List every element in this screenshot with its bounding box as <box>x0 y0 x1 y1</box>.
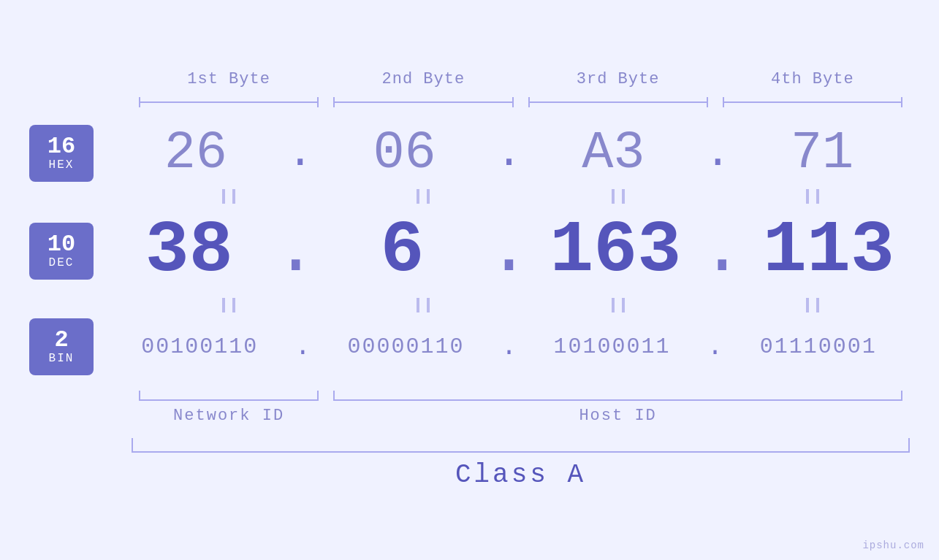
dot-hex-3: . <box>701 129 734 178</box>
byte-header-3: 3rd Byte <box>521 70 715 88</box>
bin-val-2: 00000110 <box>314 334 498 359</box>
bin-values: 00100110 . 00000110 . 10100011 . 0111000… <box>108 332 910 362</box>
dot-hex-1: . <box>284 129 317 178</box>
bin-badge: 2 BIN <box>29 318 94 375</box>
eq7 <box>521 298 715 312</box>
hex-val-3: A3 <box>526 123 702 183</box>
eq4 <box>715 189 910 204</box>
host-id-label: Host ID <box>326 407 910 425</box>
hex-val-2: 06 <box>317 123 493 183</box>
dec-base-number: 10 <box>47 233 75 256</box>
equals-row-1 <box>29 189 910 204</box>
main-container: 1st Byte 2nd Byte 3rd Byte 4th Byte 16 H… <box>0 0 939 560</box>
dec-val-4: 113 <box>748 210 910 292</box>
dot-dec-1: . <box>270 210 322 292</box>
class-row: Class A <box>29 438 910 490</box>
network-id-label: Network ID <box>132 407 326 425</box>
dec-val-2: 6 <box>322 210 484 292</box>
bin-row: 2 BIN 00100110 . 00000110 . 10100011 . 0… <box>29 318 910 375</box>
watermark: ipshu.com <box>862 540 924 551</box>
byte-header-1: 1st Byte <box>132 70 326 88</box>
id-labels-row: Network ID Host ID <box>29 407 910 425</box>
top-bracket-row <box>29 94 910 109</box>
bin-val-1: 00100110 <box>108 334 292 359</box>
equals-row-2 <box>29 298 910 312</box>
hex-val-1: 26 <box>108 123 284 183</box>
byte-header-4: 4th Byte <box>715 70 910 88</box>
dec-val-1: 38 <box>108 210 270 292</box>
dot-bin-2: . <box>498 332 521 362</box>
dot-bin-3: . <box>704 332 727 362</box>
hex-row: 16 HEX 26 . 06 . A3 . 71 <box>29 123 910 183</box>
dot-bin-1: . <box>292 332 315 362</box>
hex-base-label: HEX <box>49 158 75 172</box>
bracket-byte-1 <box>132 94 326 109</box>
hex-badge: 16 HEX <box>29 125 94 182</box>
dec-val-3: 163 <box>535 210 697 292</box>
network-bracket <box>132 386 326 401</box>
dot-dec-2: . <box>483 210 534 292</box>
hex-val-4: 71 <box>734 123 910 183</box>
eq5 <box>132 298 326 312</box>
dot-dec-3: . <box>696 210 748 292</box>
bin-val-4: 01110001 <box>726 334 910 359</box>
byte-headers: 1st Byte 2nd Byte 3rd Byte 4th Byte <box>29 70 910 88</box>
byte-header-2: 2nd Byte <box>326 70 520 88</box>
dec-row: 10 DEC 38 . 6 . 163 . 113 <box>29 210 910 292</box>
eq2 <box>326 189 520 204</box>
bin-val-3: 10100011 <box>520 334 704 359</box>
hex-values: 26 . 06 . A3 . 71 <box>108 123 910 183</box>
eq3 <box>521 189 715 204</box>
eq1 <box>132 189 326 204</box>
class-bracket <box>132 438 910 453</box>
bin-base-label: BIN <box>49 352 75 365</box>
bottom-bracket-row <box>29 386 910 401</box>
host-bracket <box>326 386 910 401</box>
class-label: Class A <box>132 460 910 490</box>
dec-values: 38 . 6 . 163 . 113 <box>108 210 910 292</box>
bracket-byte-4 <box>715 94 910 109</box>
bracket-byte-3 <box>521 94 715 109</box>
dec-base-label: DEC <box>49 256 75 269</box>
bin-base-number: 2 <box>54 329 68 352</box>
dot-hex-2: . <box>492 129 525 178</box>
bracket-byte-2 <box>326 94 520 109</box>
eq6 <box>326 298 520 312</box>
hex-base-number: 16 <box>47 135 75 158</box>
dec-badge: 10 DEC <box>29 223 94 280</box>
eq8 <box>715 298 910 312</box>
